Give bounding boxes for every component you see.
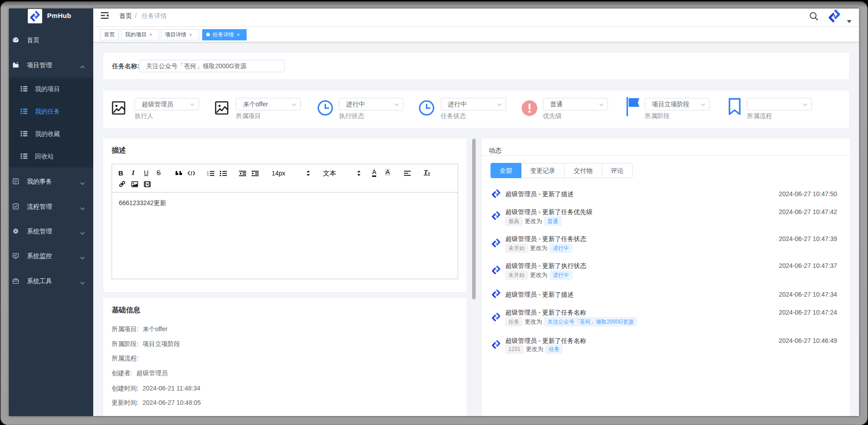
svg-text:3: 3 (207, 174, 208, 176)
